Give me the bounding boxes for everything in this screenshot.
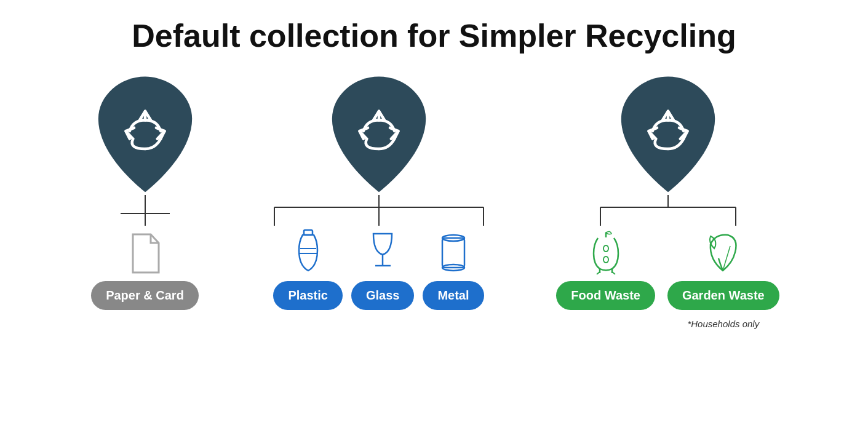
item-plastic: Plastic xyxy=(273,226,342,310)
badge-glass: Glass xyxy=(351,281,414,310)
item-garden: Garden Waste *Households only xyxy=(667,226,779,329)
recycle-icon-fg xyxy=(640,105,696,162)
items-row-paper: Paper & Card xyxy=(91,226,199,310)
food-icon xyxy=(584,226,627,275)
badge-paper: Paper & Card xyxy=(91,281,199,310)
main-layout: Paper & Card xyxy=(25,72,843,329)
item-metal: Metal xyxy=(423,226,484,310)
items-row-pgm: Plastic Glass xyxy=(273,226,484,310)
badge-food: Food Waste xyxy=(556,281,655,310)
metal-icon xyxy=(435,226,472,275)
group-plastic-glass-metal: Plastic Glass xyxy=(225,72,533,310)
recycle-icon-pgm xyxy=(351,105,407,162)
page-title: Default collection for Simpler Recycling xyxy=(132,18,736,54)
paper-icon xyxy=(128,226,162,275)
item-food: Food Waste xyxy=(556,226,655,310)
pin-pgm xyxy=(324,72,434,195)
plastic-icon xyxy=(293,226,324,275)
badge-garden: Garden Waste xyxy=(667,281,779,310)
households-note: *Households only xyxy=(687,319,759,329)
items-row-fg: Food Waste Gard xyxy=(556,226,779,329)
pin-paper xyxy=(90,72,201,195)
svg-point-32 xyxy=(603,245,608,252)
group-paper: Paper & Card xyxy=(84,72,207,310)
glass-icon xyxy=(366,226,400,275)
garden-icon xyxy=(703,226,743,275)
badge-metal: Metal xyxy=(423,281,484,310)
svg-rect-21 xyxy=(442,238,464,268)
pin-fg xyxy=(613,72,723,195)
item-glass: Glass xyxy=(351,226,414,310)
recycle-icon-paper xyxy=(117,105,173,162)
group-food-garden: Food Waste Gard xyxy=(551,72,785,329)
badge-plastic: Plastic xyxy=(273,281,342,310)
item-paper: Paper & Card xyxy=(91,226,199,310)
svg-point-33 xyxy=(603,256,608,263)
